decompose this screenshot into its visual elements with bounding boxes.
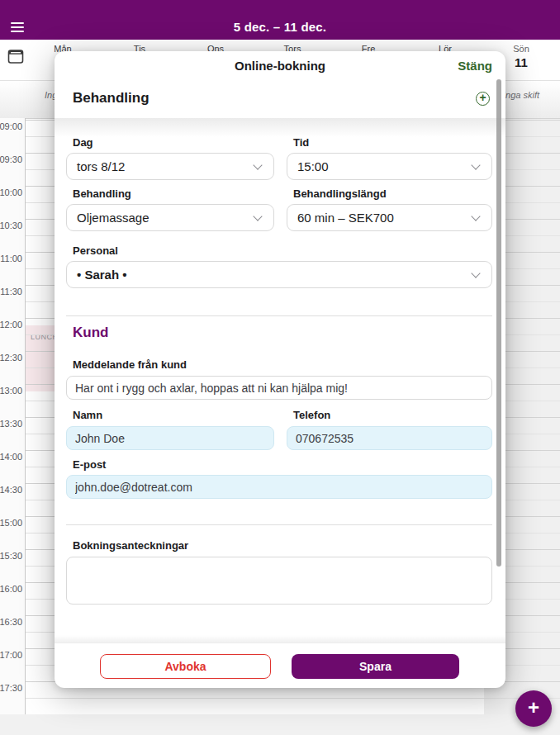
- day-select-value: tors 8/12: [77, 159, 125, 173]
- time-label: 11:30: [0, 286, 22, 297]
- time-select[interactable]: 15:00: [287, 153, 492, 180]
- phone-input[interactable]: [287, 426, 492, 450]
- email-label: E-post: [73, 458, 106, 471]
- top-bar: 5 dec. – 11 dec.: [0, 0, 560, 40]
- booking-notes-label: Bokningsanteckningar: [73, 539, 188, 552]
- calendar-icon[interactable]: [7, 48, 24, 64]
- customer-message-label: Meddelande från kund: [73, 358, 187, 371]
- treatment-select-value: Oljemassage: [77, 211, 149, 225]
- time-label: 15:00: [0, 517, 22, 529]
- time-label: 09:30: [0, 154, 22, 165]
- phone-label: Telefon: [293, 409, 330, 421]
- cancel-booking-button[interactable]: Avboka: [100, 654, 271, 679]
- chevron-down-icon: [471, 160, 480, 169]
- time-label: 15:30: [0, 550, 22, 562]
- treatment-section-title: Behandling: [73, 90, 149, 107]
- chevron-down-icon: [471, 211, 480, 220]
- treatment-select[interactable]: Oljemassage: [66, 204, 274, 231]
- week-range-title: 5 dec. – 11 dec.: [0, 20, 560, 34]
- staff-select[interactable]: • Sarah •: [66, 261, 492, 288]
- no-shift-label: Inga skift: [503, 90, 539, 100]
- treatment-field-label: Behandling: [73, 187, 131, 200]
- customer-section-title: Kund: [73, 325, 108, 341]
- day-field-label: Dag: [73, 136, 93, 149]
- divider: [66, 524, 492, 525]
- modal-title: Online-bokning: [55, 59, 505, 73]
- time-label: 13:30: [0, 418, 22, 429]
- sunday-date: 11: [515, 55, 528, 69]
- customer-message-input[interactable]: [66, 376, 492, 400]
- time-select-value: 15:00: [297, 159, 329, 173]
- day-label: Sön: [513, 44, 529, 54]
- time-label: 10:30: [0, 220, 22, 231]
- staff-select-value: • Sarah •: [77, 268, 127, 282]
- booking-notes-textarea[interactable]: [66, 557, 492, 605]
- time-label: 17:30: [0, 682, 22, 694]
- duration-select[interactable]: 60 min – SEK700: [287, 204, 492, 231]
- modal-scrollbar[interactable]: [496, 79, 501, 567]
- name-label: Namn: [73, 409, 102, 421]
- divider: [66, 315, 492, 316]
- time-label: 12:30: [0, 352, 22, 363]
- day-select[interactable]: tors 8/12: [66, 153, 274, 180]
- time-label: 17:00: [0, 649, 22, 661]
- save-button[interactable]: Spara: [292, 654, 459, 679]
- time-label: 13:00: [0, 385, 22, 396]
- duration-select-value: 60 min – SEK700: [297, 211, 394, 225]
- email-input[interactable]: [66, 475, 492, 499]
- time-label: 14:00: [0, 451, 22, 462]
- close-button[interactable]: Stäng: [458, 59, 492, 73]
- time-label: 11:00: [0, 253, 22, 264]
- header-shadow: [55, 118, 505, 137]
- time-label: 12:00: [0, 319, 22, 330]
- staff-field-label: Personal: [73, 244, 118, 257]
- time-label: 14:30: [0, 484, 22, 496]
- add-booking-fab[interactable]: +: [515, 690, 552, 727]
- time-gutter: 09:0009:3010:0010:3011:0011:3012:0012:30…: [0, 118, 25, 714]
- footer-shadow: [55, 635, 505, 643]
- app-root: MånTisOnsTorsFreLörSön11 Inga skiftInga …: [0, 0, 560, 735]
- chevron-down-icon: [471, 268, 480, 277]
- time-label: 10:00: [0, 187, 22, 198]
- time-field-label: Tid: [293, 136, 309, 149]
- name-input[interactable]: [66, 426, 274, 450]
- online-booking-modal: Online-bokning Stäng Behandling + Dag Ti…: [55, 51, 505, 688]
- chevron-down-icon: [253, 211, 262, 220]
- time-label: 16:30: [0, 616, 22, 628]
- duration-field-label: Behandlingslängd: [293, 187, 387, 200]
- time-label: 09:00: [0, 121, 22, 132]
- chevron-down-icon: [253, 160, 262, 169]
- add-treatment-icon[interactable]: +: [476, 92, 490, 106]
- time-label: 16:00: [0, 583, 22, 595]
